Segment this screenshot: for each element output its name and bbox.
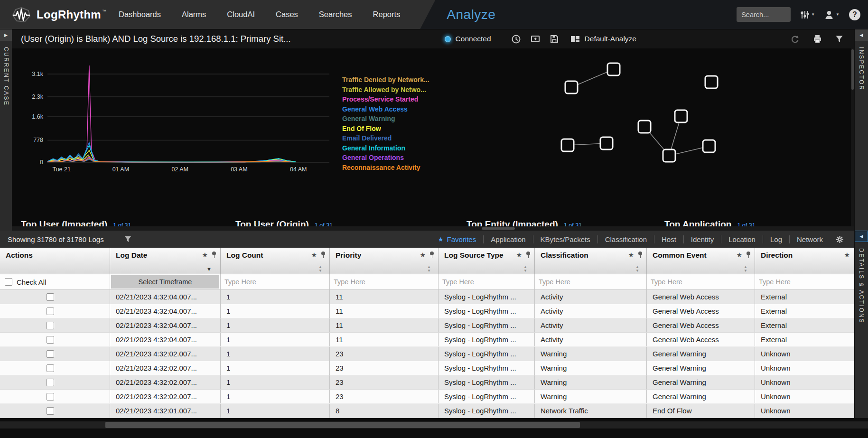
legend-item-traffic-allowed-by-netwo[interactable]: Traffic Allowed by Netwo... xyxy=(342,86,429,93)
row-checkbox[interactable] xyxy=(47,308,54,315)
legend-item-general-web-access[interactable]: General Web Access xyxy=(342,105,429,113)
legend-item-general-warning[interactable]: General Warning xyxy=(342,115,429,122)
vertical-scrollbar-thumb[interactable] xyxy=(851,49,854,90)
expand-current-case-icon[interactable]: ▶ xyxy=(0,29,12,41)
network-node-graph[interactable] xyxy=(546,50,736,164)
logs-filter-icon[interactable] xyxy=(124,235,132,243)
row-checkbox[interactable] xyxy=(47,336,54,344)
print-icon[interactable] xyxy=(812,34,822,44)
expand-details-actions-icon[interactable]: ◀ xyxy=(855,231,868,242)
tab-location[interactable]: Location xyxy=(721,231,763,248)
legend-item-traffic-denied-by-network[interactable]: Traffic Denied by Network... xyxy=(342,76,429,84)
filter-funnel-icon[interactable] xyxy=(835,35,844,43)
nav-item-searches[interactable]: Searches xyxy=(319,10,352,19)
horizontal-scrollbar-thumb[interactable] xyxy=(482,227,515,230)
history-clock-icon[interactable] xyxy=(511,34,521,44)
add-widget-icon[interactable] xyxy=(531,35,540,44)
favorite-column-icon[interactable]: ★ xyxy=(420,251,426,259)
sort-toggle-icon[interactable]: ▲▼ xyxy=(523,265,527,272)
logrhythm-brand[interactable]: LogRhythm ™ xyxy=(0,0,119,29)
logs-trend-chart[interactable]: 07781.6k2.3k3.1kTue 2101 AM02 AM03 AM04 … xyxy=(26,56,333,176)
undo-icon[interactable] xyxy=(790,34,800,44)
row-checkbox[interactable] xyxy=(47,379,54,386)
expand-inspector-icon[interactable]: ◀ xyxy=(855,29,868,41)
grid-settings-gear-icon[interactable] xyxy=(836,235,844,243)
tab-identity[interactable]: Identity xyxy=(684,231,721,248)
pin-column-icon[interactable] xyxy=(746,252,751,259)
user-menu-icon[interactable]: ▼ xyxy=(824,10,840,19)
sort-toggle-icon[interactable]: ▲▼ xyxy=(427,265,431,272)
nav-item-alarms[interactable]: Alarms xyxy=(182,10,206,19)
tab-log[interactable]: Log xyxy=(763,231,789,248)
favorite-column-icon[interactable]: ★ xyxy=(736,251,742,259)
column-header-direction[interactable]: Direction★ xyxy=(755,248,854,274)
favorite-column-icon[interactable]: ★ xyxy=(516,251,522,259)
filter-input-direction[interactable] xyxy=(759,278,850,286)
search-criteria-title[interactable]: (User (Origin) is Blank) AND Log Source … xyxy=(21,34,291,44)
column-header-priority[interactable]: Priority★▲▼ xyxy=(330,248,439,274)
column-header-common-event[interactable]: Common Event★▲▼ xyxy=(647,248,755,274)
sort-toggle-icon[interactable]: ▲▼ xyxy=(318,265,322,272)
column-header-log-date[interactable]: Log Date★▼ xyxy=(110,248,221,274)
row-checkbox[interactable] xyxy=(47,293,54,301)
help-icon[interactable]: ? xyxy=(849,9,860,20)
pin-column-icon[interactable] xyxy=(638,252,643,259)
column-header-log-source-type[interactable]: Log Source Type★▲▼ xyxy=(439,248,535,274)
column-header-log-count[interactable]: Log Count★▲▼ xyxy=(221,248,330,274)
legend-item-general-information[interactable]: General Information xyxy=(342,144,429,152)
save-layout-icon[interactable] xyxy=(550,34,559,44)
row-checkbox[interactable] xyxy=(47,364,54,372)
sort-descending-icon[interactable]: ▼ xyxy=(206,266,212,272)
row-checkbox[interactable] xyxy=(47,393,54,401)
pin-column-icon[interactable] xyxy=(429,252,434,259)
pin-column-icon[interactable] xyxy=(526,252,531,259)
column-header-classification[interactable]: Classification★▲▼ xyxy=(535,248,647,274)
tab-kbytes-packets[interactable]: KBytes/Packets xyxy=(533,231,597,248)
select-timeframe-button[interactable]: Select Timeframe xyxy=(111,275,219,289)
favorite-column-icon[interactable]: ★ xyxy=(628,251,634,259)
favorite-column-icon[interactable]: ★ xyxy=(311,251,317,259)
widget-pager[interactable]: 1 of 31 xyxy=(564,222,582,226)
legend-item-email-delivered[interactable]: Email Delivered xyxy=(342,134,429,142)
inspector-panel-tab[interactable]: ◀ INSPECTOR xyxy=(854,29,868,231)
details-actions-panel-tab[interactable]: ◀ DETAILS & ACTIONS xyxy=(854,231,868,418)
search-filters-icon[interactable]: ▼ xyxy=(800,10,815,19)
tab-application[interactable]: Application xyxy=(484,231,532,248)
dashboard-horizontal-scrollbar[interactable] xyxy=(12,226,854,231)
favorite-column-icon[interactable]: ★ xyxy=(202,251,208,259)
nav-item-dashboards[interactable]: Dashboards xyxy=(119,10,161,19)
row-checkbox[interactable] xyxy=(47,407,54,415)
pin-column-icon[interactable] xyxy=(212,252,216,259)
widget-pager[interactable]: 1 of 31 xyxy=(737,222,755,226)
pin-column-icon[interactable] xyxy=(321,252,326,259)
tab-analyze[interactable]: Analyze xyxy=(447,7,495,22)
filter-input-log-count[interactable] xyxy=(224,278,326,286)
tab-favorites[interactable]: ★Favorites xyxy=(431,231,483,248)
row-checkbox[interactable] xyxy=(47,322,54,329)
filter-input-common-event[interactable] xyxy=(651,278,751,286)
global-search-input[interactable] xyxy=(737,7,791,22)
current-case-panel-tab[interactable]: ▶ CURRENT CASE xyxy=(0,29,12,231)
legend-item-general-operations[interactable]: General Operations xyxy=(342,154,429,161)
favorite-column-icon[interactable]: ★ xyxy=(844,251,850,259)
nav-item-reports[interactable]: Reports xyxy=(373,10,401,19)
legend-item-reconnaissance-activity[interactable]: Reconnaissance Activity xyxy=(342,164,429,171)
tab-classification[interactable]: Classification xyxy=(598,231,654,248)
nav-item-cloudai[interactable]: CloudAI xyxy=(227,10,255,19)
widget-pager[interactable]: 1 of 31 xyxy=(315,222,333,226)
tab-network[interactable]: Network xyxy=(790,231,830,248)
dashboard-vertical-scrollbar[interactable] xyxy=(851,48,854,226)
layout-selector[interactable]: Default-Analyze xyxy=(570,35,636,43)
nav-item-cases[interactable]: Cases xyxy=(276,10,298,19)
check-all-checkbox[interactable] xyxy=(5,278,12,286)
tab-host[interactable]: Host xyxy=(654,231,683,248)
filter-input-priority[interactable] xyxy=(334,278,434,286)
widget-pager[interactable]: 1 of 31 xyxy=(113,222,131,226)
sort-toggle-icon[interactable]: ▲▼ xyxy=(744,265,747,272)
filter-input-classification[interactable] xyxy=(539,278,643,286)
grid-horizontal-scrollbar-thumb[interactable] xyxy=(105,422,580,428)
filter-input-log-source-type[interactable] xyxy=(442,278,531,286)
sort-toggle-icon[interactable]: ▲▼ xyxy=(635,265,639,272)
grid-horizontal-scrollbar[interactable] xyxy=(0,421,868,429)
row-checkbox[interactable] xyxy=(47,350,54,358)
